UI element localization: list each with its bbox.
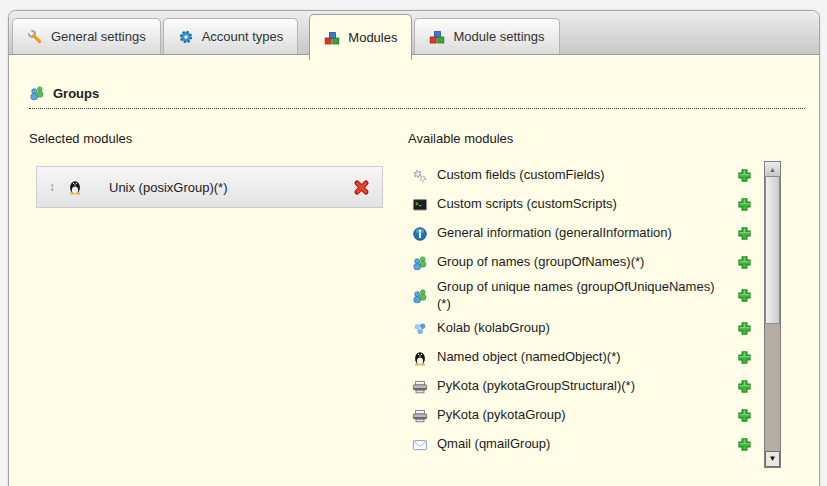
tab-general-settings[interactable]: General settings	[12, 18, 161, 54]
section-title: Groups	[53, 86, 99, 101]
available-module-row: Custom scripts (customScripts)	[408, 190, 759, 219]
plus-icon	[736, 407, 753, 424]
available-module-row: Named object (namedObject)(*)	[408, 343, 759, 372]
config-panel: General settings Account types Modules M…	[8, 10, 820, 486]
scrollbar-thumb[interactable]	[765, 176, 780, 324]
plus-icon	[736, 225, 753, 242]
plus-icon	[736, 167, 753, 184]
available-module-row: Qmail (qmailGroup)	[408, 430, 759, 459]
scroll-down-icon[interactable]: ▼	[765, 451, 780, 467]
available-module-row: PyKota (pykotaGroup)	[408, 401, 759, 430]
tux-icon	[412, 350, 428, 366]
plus-icon	[736, 349, 753, 366]
printer-icon	[412, 408, 428, 424]
add-module-button[interactable]	[736, 167, 753, 184]
module-label: PyKota (pykotaGroup)	[437, 407, 727, 423]
available-module-row: Group of unique names (groupOfUniqueName…	[408, 277, 759, 314]
plus-icon	[736, 196, 753, 213]
tab-label: Modules	[348, 30, 397, 45]
available-module-row: Kolab (kolabGroup)	[408, 314, 759, 343]
printer-icon	[412, 379, 428, 395]
add-module-button[interactable]	[736, 196, 753, 213]
groups-icon	[29, 85, 45, 101]
add-module-button[interactable]	[736, 378, 753, 395]
add-module-button[interactable]	[736, 407, 753, 424]
tab-label: Module settings	[453, 29, 544, 44]
available-module-row: PyKota (pykotaGroupStructural)(*)	[408, 372, 759, 401]
module-label: Named object (namedObject)(*)	[437, 349, 727, 365]
modules-icon	[324, 30, 340, 46]
gear-icon	[178, 29, 194, 45]
module-label: Qmail (qmailGroup)	[437, 436, 727, 452]
scrollbar[interactable]: ▲ ▼	[764, 161, 781, 468]
add-module-button[interactable]	[736, 349, 753, 366]
selected-modules-list: ↕ Unix (posixGroup)(*)	[36, 166, 383, 208]
module-label: Group of unique names (groupOfUniqueName…	[437, 279, 727, 312]
tab-module-settings[interactable]: Module settings	[414, 18, 559, 54]
module-label: Kolab (kolabGroup)	[437, 320, 727, 336]
plus-icon	[736, 287, 753, 304]
module-label: PyKota (pykotaGroupStructural)(*)	[437, 378, 727, 394]
available-module-row: Group of names (groupOfNames)(*)	[408, 248, 759, 277]
module-label: Custom fields (customFields)	[437, 167, 727, 183]
tab-account-types[interactable]: Account types	[163, 18, 299, 54]
available-modules-list: Custom fields (customFields) Custom scri…	[408, 161, 759, 459]
tab-bar: General settings Account types Modules M…	[9, 11, 819, 55]
section-header-groups: Groups	[29, 85, 805, 109]
info-icon	[412, 226, 428, 242]
tux-icon	[67, 179, 83, 195]
move-handle-icon[interactable]: ↕	[49, 181, 55, 193]
envelope-icon	[412, 437, 428, 453]
available-module-row: General information (generalInformation)	[408, 219, 759, 248]
tab-label: Account types	[202, 29, 284, 44]
selected-module-row: ↕ Unix (posixGroup)(*)	[36, 166, 383, 208]
selected-modules-heading: Selected modules	[29, 131, 132, 146]
add-module-button[interactable]	[736, 320, 753, 337]
add-module-button[interactable]	[736, 287, 753, 304]
group-icon	[412, 288, 428, 304]
add-module-button[interactable]	[736, 225, 753, 242]
plus-icon	[736, 254, 753, 271]
add-module-button[interactable]	[736, 436, 753, 453]
module-label: General information (generalInformation)	[437, 225, 727, 241]
delete-x-icon	[353, 179, 370, 196]
kolab-icon	[412, 321, 428, 337]
tab-modules[interactable]: Modules	[309, 14, 412, 60]
tab-label: General settings	[51, 29, 146, 44]
module-label: Custom scripts (customScripts)	[437, 196, 727, 212]
group-icon	[412, 255, 428, 271]
module-label: Group of names (groupOfNames)(*)	[437, 254, 727, 270]
modules-icon	[429, 29, 445, 45]
gears-icon	[412, 168, 428, 184]
plus-icon	[736, 320, 753, 337]
terminal-icon	[412, 197, 428, 213]
available-module-row: Custom fields (customFields)	[408, 161, 759, 190]
module-label: Unix (posixGroup)(*)	[95, 180, 341, 195]
plus-icon	[736, 378, 753, 395]
wrench-icon	[27, 29, 43, 45]
add-module-button[interactable]	[736, 254, 753, 271]
remove-module-button[interactable]	[353, 179, 370, 196]
available-modules-heading: Available modules	[408, 131, 513, 146]
scroll-up-icon[interactable]: ▲	[765, 162, 780, 176]
plus-icon	[736, 436, 753, 453]
